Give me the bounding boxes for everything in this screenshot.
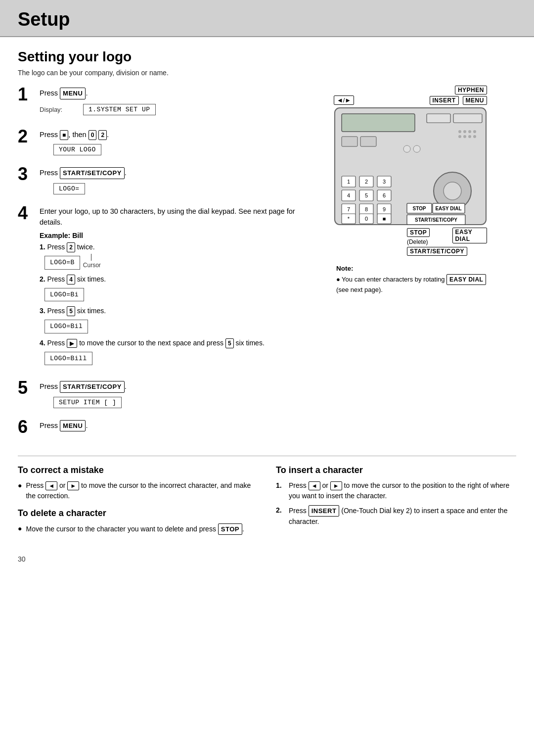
step-2-body: Press ■, then 0 2. YOUR LOGO xyxy=(40,128,298,158)
start-set-copy-label: START/SET/COPY xyxy=(407,247,467,256)
insert-step1: 1. Press ◄ or ► to move the cursor to th… xyxy=(276,480,516,501)
step-4-text: Enter your logo, up to 30 characters, by… xyxy=(40,206,298,228)
step-2-text: Press ■, then 0 2. xyxy=(40,130,298,141)
right-column: HYPHEN ◄/► INSERT MENU xyxy=(310,86,516,295)
page-footer: 30 xyxy=(0,551,534,563)
svg-point-39 xyxy=(413,145,420,152)
sub-step-3: 3. Press 5 six times. LOGO=Bil xyxy=(40,306,298,335)
left-column: 1 Press MENU. Display: 1.SYSTEM SET UP 2 xyxy=(18,86,298,444)
sub-step-1: 1. Press 2 twice. LOGO=B Cursor xyxy=(40,242,298,272)
note-text: ● You can enter characters by rotating E… xyxy=(336,274,490,295)
display-box-2: YOUR LOGO xyxy=(53,144,101,155)
sub-display-3: LOGO=Bil xyxy=(44,320,88,333)
sub-step-1-num: 1. xyxy=(40,243,45,251)
section-title: Setting your logo xyxy=(18,49,516,65)
insert-step2: 2. Press INSERT (One-Touch Dial key 2) t… xyxy=(276,505,516,527)
sub-display-1: LOGO=B xyxy=(44,256,80,270)
step-2-number: 2 xyxy=(18,128,40,145)
device-svg: 1 2 3 4 5 6 7 8 xyxy=(334,107,487,226)
svg-point-42 xyxy=(468,130,471,133)
right-arrow-insert: ► xyxy=(330,481,342,490)
hyphen-label: HYPHEN xyxy=(455,86,487,94)
step-1-body: Press MENU. Display: 1.SYSTEM SET UP xyxy=(40,86,298,120)
svg-point-45 xyxy=(463,135,466,138)
svg-point-40 xyxy=(458,130,461,133)
right-arrow-correct: ► xyxy=(67,481,79,490)
step-6: 6 Press MENU. xyxy=(18,418,298,436)
bottom-sections: To correct a mistake ● Press ◄ or ► to m… xyxy=(18,465,516,539)
svg-text:*: * xyxy=(348,216,350,222)
insert-title: To insert a character xyxy=(276,465,516,475)
svg-text:2: 2 xyxy=(365,179,368,185)
device-diagram: HYPHEN ◄/► INSERT MENU xyxy=(334,86,492,256)
insert-key-insert: INSERT xyxy=(309,505,340,517)
step-5-number: 5 xyxy=(18,379,40,397)
page-header: Setup xyxy=(0,0,534,37)
menu-key-6: MENU xyxy=(60,420,86,432)
sub-step-4: 4. Press ▶ to move the cursor to the nex… xyxy=(40,338,298,368)
left-arrow-correct: ◄ xyxy=(45,481,57,490)
note-block: Note: ● You can enter characters by rota… xyxy=(336,265,490,295)
sub-step-3-num: 3. xyxy=(40,307,45,315)
step-5-body: Press START/SET/COPY. SETUP ITEM [ ] xyxy=(40,379,298,410)
step-6-number: 6 xyxy=(18,418,40,436)
easy-dial-label: EASY DIAL xyxy=(452,228,487,243)
bottom-left: To correct a mistake ● Press ◄ or ► to m… xyxy=(18,465,258,539)
key-5-sub3: 5 xyxy=(67,306,75,316)
svg-text:START/SET/COPY: START/SET/COPY xyxy=(415,217,457,223)
svg-text:8: 8 xyxy=(365,206,368,212)
svg-rect-3 xyxy=(453,114,482,123)
correct-bullet-dot: ● xyxy=(18,480,22,501)
cursor-label: Cursor xyxy=(83,261,101,270)
delete-title: To delete a character xyxy=(18,508,258,519)
left-arrow-insert: ◄ xyxy=(309,481,320,490)
insert-step2-text: Press INSERT (One-Touch Dial key 2) to i… xyxy=(289,505,516,527)
start-set-copy-key-3: START/SET/COPY xyxy=(60,167,125,179)
display-box-5: SETUP ITEM [ ] xyxy=(53,397,122,408)
note-title: Note: xyxy=(336,265,490,272)
step-3: 3 Press START/SET/COPY. LOGO= xyxy=(18,165,298,196)
step-5: 5 Press START/SET/COPY. SETUP ITEM [ ] xyxy=(18,379,298,410)
menu-key-1: MENU xyxy=(60,88,86,99)
svg-text:4: 4 xyxy=(347,192,350,198)
svg-text:EASY DIAL: EASY DIAL xyxy=(435,206,461,211)
svg-point-43 xyxy=(473,130,476,133)
sub-step-2-num: 2. xyxy=(40,275,45,283)
display-box-3: LOGO= xyxy=(53,183,85,194)
insert-step2-num: 2. xyxy=(276,505,285,527)
svg-point-31 xyxy=(444,182,461,200)
svg-text:0: 0 xyxy=(365,216,368,222)
step-1: 1 Press MENU. Display: 1.SYSTEM SET UP xyxy=(18,86,298,120)
step-3-text: Press START/SET/COPY. xyxy=(40,167,298,179)
svg-text:5: 5 xyxy=(365,192,368,198)
example-label: Example: xyxy=(40,232,70,239)
svg-text:3: 3 xyxy=(383,179,386,185)
svg-point-46 xyxy=(468,135,471,138)
step-6-text: Press MENU. xyxy=(40,420,298,432)
step-4-number: 4 xyxy=(18,204,40,222)
step-5-text: Press START/SET/COPY. xyxy=(40,381,298,393)
step-4: 4 Enter your logo, up to 30 characters, … xyxy=(18,204,298,372)
insert-step1-text: Press ◄ or ► to move the cursor to the p… xyxy=(289,480,516,501)
zero-key: 0 xyxy=(89,130,97,140)
svg-text:■: ■ xyxy=(383,216,386,222)
delete-label: (Delete) xyxy=(407,238,428,245)
sub-step-2: 2. Press 4 six times. LOGO=Bi xyxy=(40,274,298,304)
svg-text:6: 6 xyxy=(383,192,386,198)
delete-text: Move the cursor to the character you wan… xyxy=(26,523,244,535)
correct-title: To correct a mistake xyxy=(18,465,258,475)
main-content: Setting your logo The logo can be your c… xyxy=(0,37,534,551)
correct-text: Press ◄ or ► to move the cursor to the i… xyxy=(26,480,258,501)
step-6-body: Press MENU. xyxy=(40,418,298,432)
page-title: Setup xyxy=(18,9,516,30)
display-box-1: 1.SYSTEM SET UP xyxy=(83,104,156,115)
example-title: Example: Bill xyxy=(40,232,298,239)
easy-dial-note-key: EASY DIAL xyxy=(446,274,486,285)
step-4-body: Enter your logo, up to 30 characters, by… xyxy=(40,204,298,372)
stop-key-delete: STOP xyxy=(218,523,242,535)
delete-bullet: ● Move the cursor to the character you w… xyxy=(18,523,258,535)
right-arrow-sub4: ▶ xyxy=(67,339,77,348)
start-set-copy-key-5: START/SET/COPY xyxy=(60,381,125,393)
key-2-sub1: 2 xyxy=(67,242,75,252)
svg-rect-1 xyxy=(342,114,415,132)
